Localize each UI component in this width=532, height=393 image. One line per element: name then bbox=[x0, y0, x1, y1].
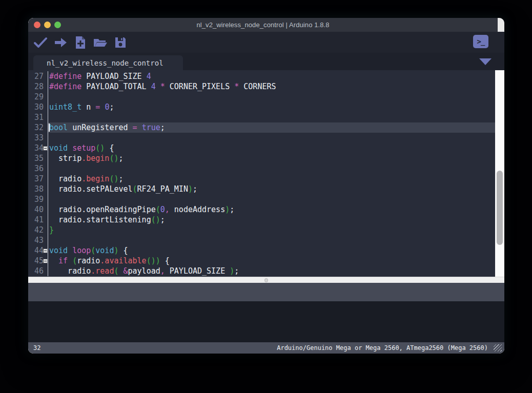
code-line[interactable]: 27#define PAYLOAD_SIZE 4 bbox=[28, 71, 495, 81]
line-number: 41 bbox=[28, 215, 44, 225]
line-number: 38 bbox=[28, 184, 44, 194]
line-number: 32 bbox=[28, 122, 44, 133]
code-line[interactable]: 45 if (radio.available()) { bbox=[28, 256, 495, 266]
line-number: 40 bbox=[28, 204, 44, 215]
open-folder-icon bbox=[93, 37, 108, 48]
line-number: 45 bbox=[28, 256, 44, 266]
code-text: radio.setPALevel(RF24_PA_MIN); bbox=[48, 184, 495, 194]
code-line[interactable]: 40 radio.openReadingPipe(0, nodeAddress)… bbox=[28, 204, 495, 215]
code-line[interactable]: 46 radio.read( &payload, PAYLOAD_SIZE ); bbox=[28, 266, 495, 276]
line-number: 36 bbox=[28, 163, 44, 174]
save-button[interactable] bbox=[113, 36, 128, 49]
code-text bbox=[48, 163, 495, 174]
code-line[interactable]: 28#define PAYLOAD_TOTAL 4 * CORNER_PIXEL… bbox=[28, 81, 495, 92]
tab-bar: nl_v2_wireless_node_control bbox=[28, 53, 504, 70]
new-sketch-button[interactable] bbox=[73, 36, 88, 49]
line-number: 29 bbox=[28, 92, 44, 102]
code-text: if (radio.available()) { bbox=[48, 256, 495, 266]
serial-monitor-icon: >_ bbox=[477, 37, 485, 46]
code-text: #define PAYLOAD_TOTAL 4 * CORNER_PIXELS … bbox=[48, 81, 495, 92]
splitter-grip-icon bbox=[264, 278, 268, 282]
verify-button[interactable] bbox=[33, 36, 48, 49]
code-text bbox=[48, 92, 495, 102]
line-number: 30 bbox=[28, 102, 44, 112]
code-text: radio.startListening(); bbox=[48, 215, 495, 225]
title-bar: nl_v2_wireless_node_control | Arduino 1.… bbox=[28, 18, 498, 32]
code-text: } bbox=[48, 225, 495, 235]
line-number: 35 bbox=[28, 153, 44, 163]
arrow-right-icon bbox=[54, 37, 67, 48]
window-corner bbox=[498, 18, 504, 32]
code-text: uint8_t n = 0; bbox=[48, 102, 495, 112]
line-number: 44 bbox=[28, 245, 44, 256]
upload-button[interactable] bbox=[53, 36, 68, 49]
serial-monitor-button[interactable]: >_ bbox=[473, 35, 488, 48]
code-text bbox=[48, 112, 495, 122]
code-line[interactable]: 35 strip.begin(); bbox=[28, 153, 495, 163]
vertical-scrollbar-thumb[interactable] bbox=[497, 171, 503, 245]
resize-grip-icon[interactable] bbox=[494, 344, 502, 351]
code-line[interactable]: 38 radio.setPALevel(RF24_PA_MIN); bbox=[28, 184, 495, 194]
code-line[interactable]: 43 bbox=[28, 235, 495, 245]
code-text: void loop(void) { bbox=[48, 245, 495, 256]
code-line[interactable]: 42} bbox=[28, 225, 495, 235]
arduino-ide-window: nl_v2_wireless_node_control | Arduino 1.… bbox=[28, 18, 504, 354]
code-line[interactable]: 33 bbox=[28, 133, 495, 143]
status-bar: 32 Arduino/Genuino Mega or Mega 2560, AT… bbox=[28, 342, 504, 354]
open-button[interactable] bbox=[93, 36, 108, 49]
save-floppy-icon bbox=[114, 36, 127, 49]
line-number: 39 bbox=[28, 194, 44, 204]
tab-label: nl_v2_wireless_node_control bbox=[47, 59, 163, 67]
code-text: radio.openReadingPipe(0, nodeAddress); bbox=[48, 204, 495, 215]
board-indicator: Arduino/Genuino Mega or Mega 2560, ATmeg… bbox=[277, 342, 488, 354]
text-caret bbox=[49, 123, 50, 132]
code-line[interactable]: 34void setup() { bbox=[28, 143, 495, 153]
checkmark-icon bbox=[34, 37, 47, 48]
code-text: void setup() { bbox=[48, 143, 495, 153]
toolbar: >_ bbox=[28, 32, 504, 53]
fold-marker-icon[interactable] bbox=[43, 259, 48, 263]
new-sketch-icon bbox=[75, 36, 86, 49]
line-number: 33 bbox=[28, 133, 44, 143]
code-line[interactable]: 39 bbox=[28, 194, 495, 204]
line-number: 31 bbox=[28, 112, 44, 122]
cursor-line-indicator: 32 bbox=[33, 342, 40, 354]
console-output bbox=[28, 301, 504, 342]
code-editor[interactable]: 27#define PAYLOAD_SIZE 428#define PAYLOA… bbox=[28, 70, 495, 277]
code-text bbox=[48, 235, 495, 245]
code-line[interactable]: 37 radio.begin(); bbox=[28, 174, 495, 184]
fold-marker-icon[interactable] bbox=[43, 249, 48, 253]
line-number: 46 bbox=[28, 266, 44, 276]
code-text: bool unRegistered = true; bbox=[48, 122, 495, 133]
code-line[interactable]: 41 radio.startListening(); bbox=[28, 215, 495, 225]
code-text bbox=[48, 133, 495, 143]
tab-sketch[interactable]: nl_v2_wireless_node_control bbox=[33, 55, 183, 70]
code-line[interactable]: 32bool unRegistered = true; bbox=[28, 122, 495, 133]
tab-menu-chevron-down-icon[interactable] bbox=[479, 58, 492, 65]
fold-marker-icon[interactable] bbox=[43, 146, 48, 151]
line-number: 43 bbox=[28, 235, 44, 245]
line-number: 34 bbox=[28, 143, 44, 153]
code-text bbox=[48, 194, 495, 204]
line-number: 27 bbox=[28, 71, 44, 81]
window-title: nl_v2_wireless_node_control | Arduino 1.… bbox=[28, 18, 498, 32]
line-number: 37 bbox=[28, 174, 44, 184]
code-line[interactable]: 36 bbox=[28, 163, 495, 174]
code-text: radio.begin(); bbox=[48, 174, 495, 184]
console-message-band bbox=[28, 283, 504, 301]
code-line[interactable]: 31 bbox=[28, 112, 495, 122]
line-number: 28 bbox=[28, 81, 44, 92]
editor-console-splitter[interactable] bbox=[28, 277, 504, 283]
vertical-scrollbar[interactable] bbox=[495, 70, 504, 283]
code-text: radio.read( &payload, PAYLOAD_SIZE ); bbox=[48, 266, 495, 276]
line-number: 42 bbox=[28, 225, 44, 235]
code-line[interactable]: 29 bbox=[28, 92, 495, 102]
code-text: strip.begin(); bbox=[48, 153, 495, 163]
code-text: #define PAYLOAD_SIZE 4 bbox=[48, 71, 495, 81]
code-line[interactable]: 30uint8_t n = 0; bbox=[28, 102, 495, 112]
code-line[interactable]: 44void loop(void) { bbox=[28, 245, 495, 256]
